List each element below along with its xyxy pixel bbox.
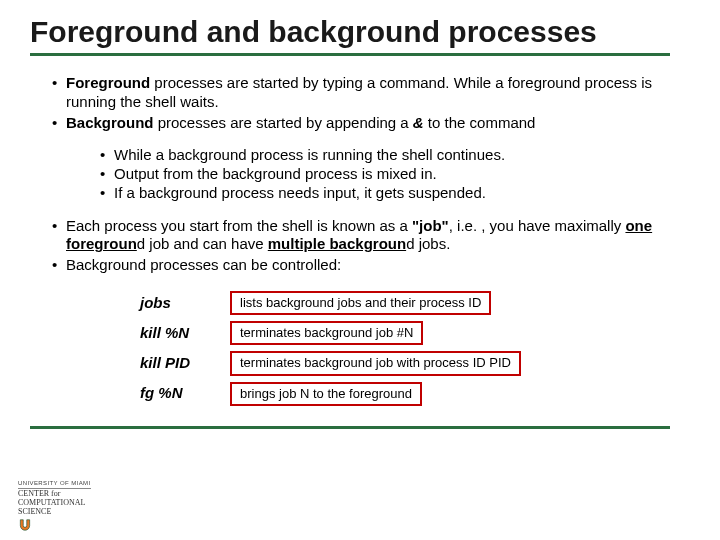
cmd-name: kill PID [140, 354, 230, 373]
bullet-bg: Background processes are started by appe… [52, 114, 690, 133]
bg-label: Background [66, 114, 154, 131]
job-e: d job and can have [137, 235, 268, 252]
fg-text: processes are started by typing a comman… [66, 74, 652, 110]
bottom-rule [30, 426, 670, 429]
cmd-desc: brings job N to the foreground [230, 382, 422, 406]
bg-text-2: to the command [424, 114, 536, 131]
cmd-name: jobs [140, 294, 230, 313]
ampersand: & [413, 114, 424, 131]
sub-2: Output from the background process is mi… [100, 165, 690, 184]
sub-1: While a background process is running th… [100, 146, 690, 165]
cmd-row: kill PID terminates background job with … [140, 351, 690, 375]
slide-content: Foreground processes are started by typi… [30, 74, 690, 406]
u-logo-icon [18, 518, 32, 532]
job-c: , i.e. , you have maximally [449, 217, 626, 234]
job-b: "job" [412, 217, 449, 234]
title-rule [30, 53, 670, 56]
job-a: Each process you start from the shell is… [66, 217, 412, 234]
cmd-row: kill %N terminates background job #N [140, 321, 690, 345]
bullet-job: Each process you start from the shell is… [52, 217, 690, 255]
job-f: multiple backgroun [268, 235, 406, 252]
cmd-desc: terminates background job with process I… [230, 351, 521, 375]
bullet-list-1: Foreground processes are started by typi… [30, 74, 690, 132]
bg-text-1: processes are started by appending a [154, 114, 413, 131]
bullet-list-2: Each process you start from the shell is… [30, 217, 690, 275]
fg-label: Foreground [66, 74, 150, 91]
footer: UNIVERSITY OF MIAMI CENTER for COMPUTATI… [18, 479, 91, 534]
bullet-fg: Foreground processes are started by typi… [52, 74, 690, 112]
footer-center-3: SCIENCE [18, 507, 51, 516]
footer-center-1: CENTER for [18, 489, 60, 498]
cmd-name: kill %N [140, 324, 230, 343]
sub-bullet-list: While a background process is running th… [30, 146, 690, 202]
cmd-row: jobs lists background jobs and their pro… [140, 291, 690, 315]
slide-title: Foreground and background processes [30, 15, 690, 49]
sub-3: If a background process needs input, it … [100, 184, 690, 203]
command-table: jobs lists background jobs and their pro… [140, 291, 690, 406]
bullet-control: Background processes can be controlled: [52, 256, 690, 275]
footer-center-2: COMPUTATIONAL [18, 498, 85, 507]
footer-institution: UNIVERSITY OF MIAMI [18, 480, 91, 489]
cmd-desc: terminates background job #N [230, 321, 423, 345]
cmd-name: fg %N [140, 384, 230, 403]
job-g: d jobs. [406, 235, 450, 252]
cmd-row: fg %N brings job N to the foreground [140, 382, 690, 406]
cmd-desc: lists background jobs and their process … [230, 291, 491, 315]
